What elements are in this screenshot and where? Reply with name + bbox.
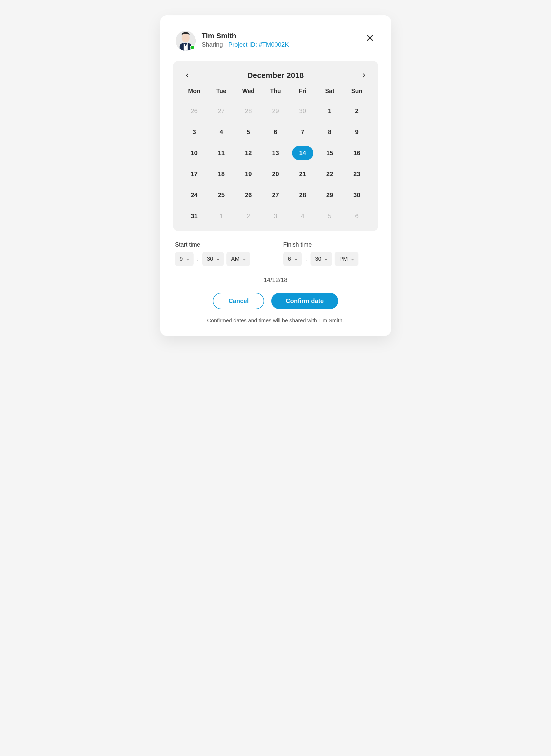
calendar-header: December 2018 [181,70,371,80]
day-of-week-header: Wed [235,88,262,97]
calendar-day-number: 9 [355,128,359,136]
calendar-day[interactable]: 24 [181,188,208,202]
start-minute-value: 30 [207,255,213,262]
avatar-wrap [176,31,196,51]
calendar-day-number: 30 [353,191,360,199]
calendar-day[interactable]: 5 [235,125,262,139]
day-of-week-header: Thu [262,88,289,97]
finish-minute-select[interactable]: 30 [311,252,332,266]
calendar-day-number: 26 [191,107,198,115]
calendar-day[interactable]: 4 [289,209,316,223]
calendar-day-number: 1 [328,107,331,115]
cancel-button[interactable]: Cancel [213,293,264,309]
chevron-down-icon [350,257,355,261]
chevron-down-icon [242,257,247,261]
time-separator: : [304,255,308,262]
calendar-day-number: 12 [245,149,252,157]
month-title: December 2018 [247,71,304,80]
close-button[interactable] [364,32,376,44]
calendar-day[interactable]: 3 [181,125,208,139]
calendar-day-number: 29 [272,107,279,115]
calendar-day[interactable]: 10 [181,146,208,160]
calendar-day[interactable]: 30 [289,104,316,118]
start-hour-select[interactable]: 9 [175,252,193,266]
calendar-day[interactable]: 2 [235,209,262,223]
calendar-day[interactable]: 4 [208,125,235,139]
start-time-label: Start time [175,241,268,248]
calendar-day[interactable]: 8 [316,125,343,139]
chevron-right-icon [361,73,367,78]
calendar-day[interactable]: 2 [343,104,371,118]
finish-hour-select[interactable]: 6 [283,252,302,266]
chevron-down-icon [294,257,298,261]
calendar-day-number: 13 [272,149,279,157]
finish-time-controls: 6 : 30 PM [283,252,376,266]
close-icon [366,34,374,42]
calendar-day[interactable]: 3 [262,209,289,223]
calendar-day-number: 8 [328,128,331,136]
calendar-day[interactable]: 18 [208,167,235,181]
start-minute-select[interactable]: 30 [202,252,224,266]
calendar-day[interactable]: 13 [262,146,289,160]
calendar-day-number: 19 [245,170,252,178]
calendar-day[interactable]: 21 [289,167,316,181]
finish-time-label: Finish time [283,241,376,248]
confirm-button[interactable]: Confirm date [271,293,338,309]
calendar-day[interactable]: 26 [181,104,208,118]
selected-date-display: 14/12/18 [173,276,378,283]
finish-period-select[interactable]: PM [335,252,359,266]
calendar-day[interactable]: 29 [262,104,289,118]
calendar: December 2018 MonTueWedThuFriSatSun26272… [173,61,378,231]
calendar-day[interactable]: 20 [262,167,289,181]
calendar-day[interactable]: 29 [316,188,343,202]
calendar-day[interactable]: 6 [343,209,371,223]
calendar-day[interactable]: 19 [235,167,262,181]
calendar-day[interactable]: 31 [181,209,208,223]
calendar-day-number: 15 [327,149,333,157]
calendar-day[interactable]: 12 [235,146,262,160]
calendar-day[interactable]: 26 [235,188,262,202]
chevron-left-icon [185,73,190,78]
calendar-day[interactable]: 11 [208,146,235,160]
calendar-day[interactable]: 14 [289,146,316,160]
chevron-down-icon [185,257,190,261]
calendar-day[interactable]: 5 [316,209,343,223]
calendar-day-number: 23 [353,170,360,178]
calendar-day-number: 6 [274,128,277,136]
calendar-day[interactable]: 1 [208,209,235,223]
calendar-day-number: 26 [245,191,252,199]
calendar-day[interactable]: 30 [343,188,371,202]
calendar-day[interactable]: 15 [316,146,343,160]
start-period-select[interactable]: AM [226,252,250,266]
day-of-week-header: Sat [316,88,343,97]
calendar-day-number: 27 [218,107,225,115]
calendar-day-number: 31 [191,212,198,220]
project-id-link[interactable]: Project ID: #TM0002K [228,41,289,48]
finish-hour-value: 6 [288,255,291,262]
calendar-day[interactable]: 28 [235,104,262,118]
calendar-day[interactable]: 25 [208,188,235,202]
calendar-day[interactable]: 17 [181,167,208,181]
calendar-day-number: 17 [191,170,198,178]
calendar-day[interactable]: 27 [262,188,289,202]
calendar-day[interactable]: 6 [262,125,289,139]
calendar-day-number: 6 [355,212,359,220]
calendar-day-number: 4 [219,128,223,136]
calendar-day[interactable]: 1 [316,104,343,118]
calendar-day-number: 10 [191,149,198,157]
calendar-day[interactable]: 9 [343,125,371,139]
calendar-day[interactable]: 28 [289,188,316,202]
start-period-value: AM [231,255,239,262]
calendar-day[interactable]: 7 [289,125,316,139]
day-of-week-header: Sun [343,88,371,97]
calendar-day[interactable]: 23 [343,167,371,181]
calendar-day-number: 16 [353,149,360,157]
calendar-day[interactable]: 16 [343,146,371,160]
calendar-day-number: 18 [218,170,225,178]
status-online-icon [190,45,194,50]
prev-month-button[interactable] [182,70,192,80]
next-month-button[interactable] [359,70,369,80]
day-of-week-header: Tue [208,88,235,97]
calendar-day[interactable]: 22 [316,167,343,181]
calendar-day[interactable]: 27 [208,104,235,118]
